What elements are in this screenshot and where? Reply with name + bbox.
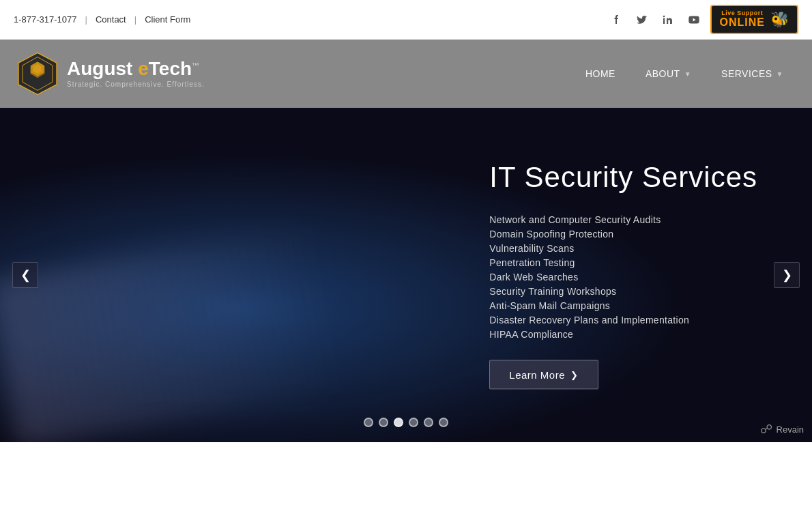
nav-services-arrow: ▼: [777, 70, 783, 78]
top-bar: 1-877-317-1077 | Contact | Client Form: [0, 0, 812, 40]
learn-more-label: Learn More: [509, 369, 565, 381]
twitter-icon[interactable]: [633, 10, 652, 29]
nav-home[interactable]: HOME: [570, 40, 630, 108]
youtube-icon[interactable]: [684, 10, 704, 29]
hero-list-item: Dark Web Searches: [489, 272, 757, 283]
live-support-line2: ONLINE: [720, 16, 765, 29]
hero-list-item: Domain Spoofing Protection: [489, 229, 757, 240]
revain-icon: ☍: [760, 422, 772, 437]
logo-tagline: Strategic. Comprehensive. Effortless.: [67, 81, 205, 88]
hero-list-item: Penetration Testing: [489, 257, 757, 268]
sep1: |: [85, 14, 87, 25]
phone-number: 1-877-317-1077: [14, 14, 77, 25]
hero-slider: ❮ IT Security Services Network and Compu…: [0, 108, 812, 442]
top-bar-left: 1-877-317-1077 | Contact | Client Form: [14, 14, 190, 25]
top-bar-right: Live Support ONLINE 🐝: [607, 5, 798, 35]
logo-hex-icon: [14, 50, 61, 98]
hero-list-item: Vulnerability Scans: [489, 243, 757, 254]
hero-list: Network and Computer Security AuditsDoma…: [489, 214, 757, 340]
slider-dot-3[interactable]: [409, 418, 418, 427]
hero-list-item: Disaster Recovery Plans and Implementati…: [489, 315, 757, 325]
bee-icon: 🐝: [770, 11, 789, 29]
slider-dot-5[interactable]: [439, 418, 448, 427]
logo-august: August: [67, 58, 138, 79]
revain-label: Revain: [777, 424, 804, 435]
revain-badge: ☍ Revain: [760, 422, 804, 437]
logo-text: August eTech™ Strategic. Comprehensive. …: [67, 59, 205, 88]
slider-prev-button[interactable]: ❮: [12, 262, 38, 288]
hero-title: IT Security Services: [489, 161, 757, 194]
logo-tm: ™: [192, 61, 199, 70]
logo-image: August eTech™ Strategic. Comprehensive. …: [14, 50, 205, 98]
slider-dot-2[interactable]: [394, 418, 403, 427]
facebook-icon[interactable]: [607, 10, 626, 29]
slider-dot-0[interactable]: [364, 418, 373, 427]
hero-content: IT Security Services Network and Compute…: [489, 161, 757, 390]
site-header: August eTech™ Strategic. Comprehensive. …: [0, 40, 812, 108]
live-support-button[interactable]: Live Support ONLINE 🐝: [710, 5, 798, 35]
logo-e: e: [138, 58, 149, 79]
slider-dots: [364, 418, 448, 427]
nav-about[interactable]: ABOUT ▼: [630, 40, 706, 108]
nav-about-label: ABOUT: [646, 68, 680, 79]
main-nav: HOME ABOUT ▼ SERVICES ▼: [570, 40, 798, 108]
learn-more-button[interactable]: Learn More ❯: [489, 360, 598, 390]
nav-home-label: HOME: [585, 68, 615, 79]
contact-link[interactable]: Contact: [96, 14, 126, 25]
nav-services-label: SERVICES: [721, 68, 772, 79]
nav-services[interactable]: SERVICES ▼: [706, 40, 798, 108]
hero-list-item: Network and Computer Security Audits: [489, 214, 757, 225]
hero-list-item: HIPAA Compliance: [489, 329, 757, 340]
live-support-line1: Live Support: [721, 10, 763, 17]
next-chevron-icon: ❯: [782, 267, 792, 283]
logo-name: August eTech™: [67, 59, 205, 78]
slider-dot-1[interactable]: [379, 418, 388, 427]
nav-about-arrow: ▼: [684, 70, 691, 78]
linkedin-icon[interactable]: [658, 10, 678, 29]
slider-dot-4[interactable]: [424, 418, 433, 427]
client-form-link[interactable]: Client Form: [145, 14, 190, 25]
logo-tech: Tech: [149, 58, 192, 79]
sep2: |: [134, 14, 136, 25]
hero-list-item: Anti-Spam Mail Campaigns: [489, 300, 757, 311]
slider-next-button[interactable]: ❯: [774, 262, 800, 288]
learn-more-chevron-icon: ❯: [570, 370, 579, 380]
prev-chevron-icon: ❮: [20, 267, 31, 283]
logo-area[interactable]: August eTech™ Strategic. Comprehensive. …: [14, 50, 205, 98]
hero-list-item: Security Training Workshops: [489, 286, 757, 297]
